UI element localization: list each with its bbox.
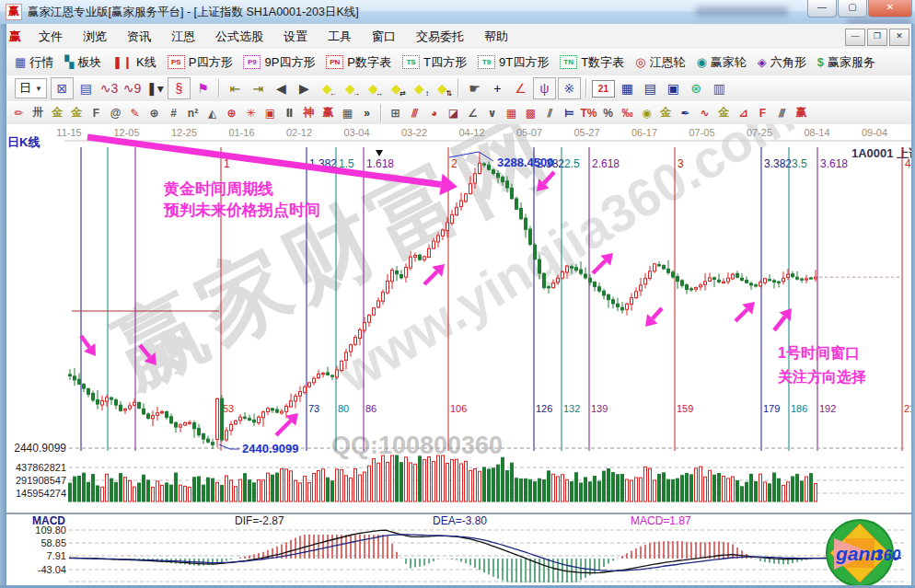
maximize-button[interactable]: ▢ [838,0,867,17]
next-bar-icon[interactable]: ▶ [294,78,315,98]
candle-style-icon[interactable]: ❚▾ [145,78,166,98]
speed-lines-icon[interactable]: ⫻ [772,104,792,121]
print-icon[interactable]: ▥ [709,78,730,98]
shen-icon[interactable]: 神 [299,104,319,121]
menu-item-3[interactable]: 江恩 [161,25,205,49]
angle-line-icon[interactable]: ∠ [463,104,482,121]
network-icon[interactable]: ⊛ [686,78,707,98]
prev-bar-icon[interactable]: ◀ [271,78,292,98]
menu-item-9[interactable]: 帮助 [474,25,518,49]
flag-icon[interactable]: ⚑ [192,78,214,98]
toolbar-kline-button[interactable]: ❚❙K线 [112,54,156,71]
permille-icon[interactable]: ‰ [618,104,637,121]
last-bar-icon[interactable]: ⇥ [248,78,269,98]
gann-fan-icon[interactable]: ⫻ [405,104,424,121]
gann-box-icon[interactable]: ψ [533,77,556,99]
more-tools[interactable]: » [357,104,376,121]
menu-item-5[interactable]: 设置 [273,25,318,49]
gold-line-icon[interactable]: 金 [656,104,676,121]
chart-canvas[interactable]: 赢家财富网www.yingjia360.comQQ:10080036011-15… [0,124,915,588]
compress-9-icon[interactable]: ∿9 [122,78,143,98]
shift-right-icon[interactable]: ◆→ [340,78,361,98]
star-burst-icon[interactable]: ✳ [241,104,261,121]
triangle-tool-icon[interactable]: ◭ [203,104,222,121]
info-list-icon[interactable]: ▤ [75,78,97,98]
t-percent-icon[interactable]: T% [579,104,598,121]
mdi-close-button[interactable]: ✕ [889,29,909,46]
ink-pen-icon[interactable]: ✒ [676,104,695,121]
menu-item-7[interactable]: 窗口 [362,25,406,49]
overlay-window-icon[interactable]: ⊠ [51,77,74,99]
spiral-icon[interactable]: @ [106,104,125,121]
target-icon[interactable]: ⊕ [222,104,241,121]
pencil-icon[interactable]: ✏ [9,104,29,121]
zoom-v-in-icon[interactable]: ◆⇅ [432,78,453,98]
grid-red-icon[interactable]: ▦ [502,104,521,121]
zigzag-icon[interactable]: ∨ [482,104,502,121]
ying-icon[interactable]: 赢 [319,104,338,121]
toolbar-sectors-button[interactable]: ▚板块 [64,54,101,71]
minimize-button[interactable]: — [807,0,837,17]
parallel-icon[interactable]: ⫽ [540,104,560,121]
toolbar-t-number-table-button[interactable]: TNT数字表 [560,54,624,71]
menu-item-6[interactable]: 工具 [318,25,362,49]
square-spiral-icon[interactable]: ▣ [261,104,280,121]
grid-box-icon[interactable]: ▦ [338,104,357,121]
speed-angle-icon[interactable]: ⊿ [734,104,753,121]
calculator-icon[interactable]: ▦ [617,78,638,98]
rect-tool-icon[interactable]: ⊞ [386,104,405,121]
menu-item-2[interactable]: 资讯 [117,25,161,49]
menu-item-1[interactable]: 浏览 [73,25,117,49]
toolbar-t-square-button[interactable]: TST四方形 [402,54,467,71]
fan-sector-icon[interactable]: ◕ [424,104,444,121]
bar-count-icon[interactable]: # [164,104,183,121]
pattern-icon[interactable]: ※ [558,77,581,99]
fib-f-icon[interactable]: F [87,104,106,121]
menu-item-8[interactable]: 交易委托 [406,25,474,49]
wave-band-icon[interactable]: § [168,77,191,99]
gold-price-icon[interactable]: 金 [67,104,87,121]
percent-icon[interactable]: % [598,104,618,121]
brush-icon[interactable]: ✎ [125,104,145,121]
gold-circle-icon[interactable]: ◉ [637,104,656,121]
angle-measure-icon[interactable]: ∠ [510,78,531,98]
mdi-restore-button[interactable]: ❐ [867,29,887,46]
compress-3-icon[interactable]: ∿3 [98,78,120,98]
toolbar-p-square-button[interactable]: PSP四方形 [168,54,233,71]
drag-hand-icon[interactable]: ☛ [464,78,485,98]
toolbar-9p-square-button[interactable]: P99P四方形 [243,54,315,71]
toolbar-quotes-button[interactable]: ▦行情 [15,54,53,71]
toolbar-winner-wheel-button[interactable]: ◉赢家轮 [696,54,746,71]
gold-ratio-icon[interactable]: 金 [714,104,734,121]
shift-left-icon[interactable]: ◆← [317,78,338,98]
gann-circle-icon[interactable]: ⊕ [145,104,164,121]
grid-dense-icon[interactable]: ▩ [521,104,540,121]
zoom-h-out-icon[interactable]: ◆↔ [363,78,384,98]
first-bar-icon[interactable]: ⇤ [225,78,246,98]
period-selector[interactable]: 日▼ [15,78,47,98]
save-icon[interactable]: ▣ [663,78,684,98]
crosshair-icon[interactable]: + [487,78,508,98]
wave-tool-icon[interactable]: ∿ [695,104,714,121]
bar-pair-icon[interactable]: Ⅱ [280,104,299,121]
menu-item-0[interactable]: 文件 [29,25,73,49]
menu-item-4[interactable]: 公式选股 [205,25,273,49]
toolbar-winner-service-button[interactable]: $赢家服务 [817,54,875,71]
toolbar-9t-square-button[interactable]: T99T四方形 [478,54,549,71]
gold-time-icon[interactable]: 金 [48,104,67,121]
fib-angle-icon[interactable]: F [753,104,772,121]
toolbar-gann-wheel-button[interactable]: ◎江恩轮 [635,54,685,71]
scale-icon[interactable]: ⊨ [560,104,579,121]
zoom-v-out-icon[interactable]: ◆↕ [409,78,430,98]
fan-fill-icon[interactable]: ◪ [444,104,463,121]
n2-icon[interactable]: n² [183,104,203,121]
close-button[interactable]: ✕ [868,0,912,17]
zoom-h-in-icon[interactable]: ◆⇄ [386,78,407,98]
toolbar-hexagon-button[interactable]: ◈六角形 [758,54,806,71]
calendar-icon[interactable]: 21 [592,80,615,98]
time-grid-icon[interactable]: 卅 [29,104,48,121]
notepad-icon[interactable]: ▤ [640,78,661,98]
toolbar-p-number-table-button[interactable]: PNP数字表 [326,54,391,71]
mdi-minimize-button[interactable]: — [845,29,865,46]
ying-red-icon[interactable]: 赢 [792,104,811,121]
